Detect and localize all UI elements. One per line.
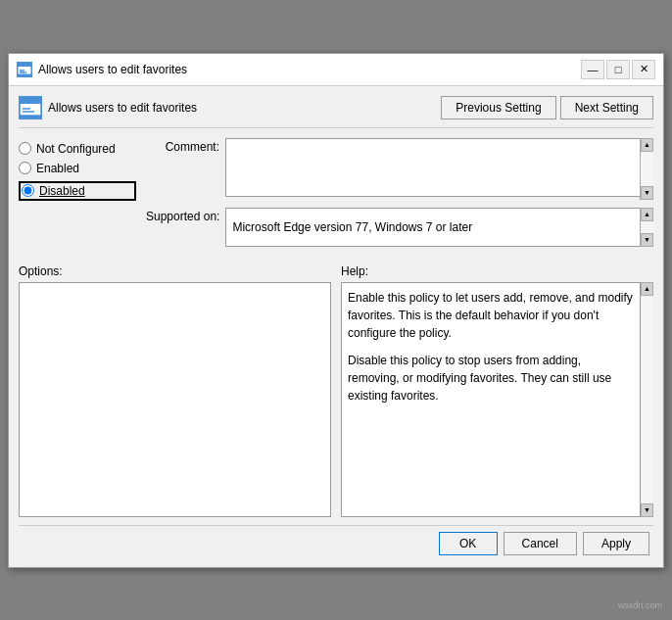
svg-rect-5 <box>20 99 41 104</box>
radio-disabled-label: Disabled <box>39 184 85 198</box>
watermark: wsxdn.com <box>618 600 662 610</box>
scroll-up-arrow[interactable]: ▲ <box>641 138 653 152</box>
options-label: Options: <box>19 264 331 278</box>
comment-label: Comment: <box>146 138 219 154</box>
radio-group: Not Configured Enabled Disabled <box>19 138 136 201</box>
help-box: Enable this policy to let users add, rem… <box>341 282 653 517</box>
supported-value: Microsoft Edge version 77, Windows 7 or … <box>225 208 653 247</box>
help-scroll-up[interactable]: ▲ <box>641 282 653 296</box>
title-bar: Allows users to edit favorites — □ ✕ <box>9 54 663 86</box>
minimize-button[interactable]: — <box>581 60 604 79</box>
help-paragraph-2: Disable this policy to stop users from a… <box>348 352 633 405</box>
help-scroll-track <box>641 296 653 503</box>
maximize-button[interactable]: □ <box>606 60 630 79</box>
header-buttons: Previous Setting Next Setting <box>441 96 653 119</box>
window-icon <box>17 62 32 77</box>
radio-disabled-input[interactable] <box>22 184 34 197</box>
right-panel: Comment: ▲ ▼ Support <box>146 138 653 255</box>
supported-scroll-up[interactable]: ▲ <box>641 208 653 221</box>
options-panel: Options: <box>19 264 331 517</box>
cancel-button[interactable]: Cancel <box>504 532 577 555</box>
supported-scroll-down[interactable]: ▼ <box>641 233 653 247</box>
previous-setting-button[interactable]: Previous Setting <box>441 96 555 119</box>
supported-label: Supported on: <box>146 208 219 223</box>
radio-enabled[interactable]: Enabled <box>19 162 136 175</box>
help-panel: Help: Enable this policy to let users ad… <box>341 264 653 517</box>
scroll-down-arrow[interactable]: ▼ <box>641 186 653 200</box>
window-body: Allows users to edit favorites Previous … <box>9 86 663 567</box>
radio-not-configured-label: Not Configured <box>36 142 116 156</box>
radio-enabled-label: Enabled <box>36 162 79 175</box>
help-paragraph-1: Enable this policy to let users add, rem… <box>348 289 633 342</box>
comment-textarea[interactable] <box>225 138 653 197</box>
content-area: Not Configured Enabled Disabled Comm <box>19 138 653 255</box>
header-title-text: Allows users to edit favorites <box>48 101 197 115</box>
title-bar-left: Allows users to edit favorites <box>17 62 187 77</box>
radio-not-configured[interactable]: Not Configured <box>19 142 136 156</box>
supported-field-row: Supported on: Microsoft Edge version 77,… <box>146 208 653 247</box>
supported-input-wrapper: Microsoft Edge version 77, Windows 7 or … <box>225 208 653 247</box>
help-label: Help: <box>341 264 653 278</box>
header-icon <box>19 96 42 119</box>
next-setting-button[interactable]: Next Setting <box>560 96 653 119</box>
radio-not-configured-input[interactable] <box>19 142 31 155</box>
radio-enabled-input[interactable] <box>19 162 31 174</box>
supported-scrollbar: ▲ ▼ <box>640 208 653 247</box>
comment-field-row: Comment: ▲ ▼ <box>146 138 653 200</box>
left-panel: Not Configured Enabled Disabled <box>19 138 136 255</box>
bottom-section: Options: Help: Enable this policy to let… <box>19 264 653 517</box>
options-box[interactable] <box>19 282 331 517</box>
radio-disabled[interactable]: Disabled <box>19 181 136 201</box>
svg-rect-1 <box>18 64 31 67</box>
scroll-track <box>641 152 653 186</box>
close-button[interactable]: ✕ <box>632 60 655 79</box>
header-title-area: Allows users to edit favorites <box>19 96 197 119</box>
comment-scrollbar: ▲ ▼ <box>640 138 653 200</box>
ok-button[interactable]: OK <box>439 532 498 555</box>
comment-input-wrapper: ▲ ▼ <box>225 138 653 200</box>
apply-button[interactable]: Apply <box>583 532 649 555</box>
supported-scroll-track <box>641 221 653 233</box>
title-controls: — □ ✕ <box>581 60 655 79</box>
help-scroll-down[interactable]: ▼ <box>641 503 653 517</box>
main-window: Allows users to edit favorites — □ ✕ All <box>8 53 664 568</box>
footer-buttons: OK Cancel Apply <box>19 525 653 557</box>
window-title: Allows users to edit favorites <box>38 63 187 76</box>
help-scrollbar: ▲ ▼ <box>640 282 653 517</box>
help-text-content: Enable this policy to let users add, rem… <box>348 289 647 405</box>
header-row: Allows users to edit favorites Previous … <box>19 96 653 128</box>
